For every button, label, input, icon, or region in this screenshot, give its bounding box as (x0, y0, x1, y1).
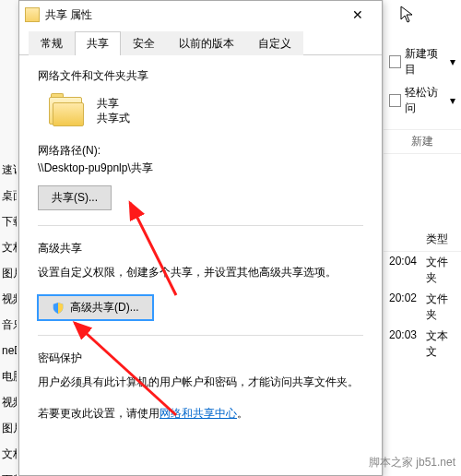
ribbon-label: 轻松访问 (405, 85, 446, 116)
tab-strip: 常规 共享 安全 以前的版本 自定义 (19, 30, 382, 55)
watermark: 脚本之家 jb51.net (369, 455, 455, 470)
tab-sharing[interactable]: 共享 (75, 31, 121, 55)
password-desc1: 用户必须具有此计算机的用户帐户和密码，才能访问共享文件夹。 (38, 374, 363, 390)
divider (38, 335, 363, 336)
shield-icon (52, 302, 65, 315)
advanced-sharing-button[interactable]: 高级共享(D)... (38, 295, 153, 320)
file-row[interactable]: 20:02文件夹 (384, 289, 461, 326)
section-fileshare-title: 网络文件和文件夹共享 (38, 68, 363, 84)
section-advanced-title: 高级共享 (38, 241, 363, 256)
folder-icon (25, 7, 40, 22)
tab-security[interactable]: 安全 (121, 31, 167, 55)
sharing-pane: 网络文件和文件夹共享 共享 共享式 网络路径(N): \\Desktop-pu9… (19, 55, 382, 446)
file-row[interactable]: 20:03文本文 (384, 326, 461, 363)
network-sharing-center-link[interactable]: 网络和共享中心 (160, 407, 237, 420)
file-row[interactable]: 20:04文件夹 (384, 252, 461, 289)
folder-text: 共享 共享式 (97, 96, 130, 125)
section-password-title: 密码保护 (38, 351, 363, 366)
folder-status: 共享式 (97, 111, 130, 125)
properties-dialog: 共享 属性 ✕ 常规 共享 安全 以前的版本 自定义 网络文件和文件夹共享 共享… (18, 0, 383, 476)
tab-customize[interactable]: 自定义 (246, 31, 303, 55)
ribbon-easy-access[interactable]: 轻松访问▾ (384, 81, 461, 120)
divider (38, 225, 363, 226)
share-button[interactable]: 共享(S)... (38, 185, 112, 210)
network-path-label: 网络路径(N): (38, 143, 363, 159)
network-path-value: \\Desktop-pu9pnlp\共享 (38, 161, 363, 176)
close-button[interactable]: ✕ (339, 2, 376, 28)
ribbon-new-item[interactable]: 新建项目▾ (384, 42, 461, 81)
svg-line-1 (75, 323, 176, 415)
folder-name: 共享 (97, 96, 130, 111)
explorer-right-panel: 新建项目▾ 轻松访问▾ 新建 类型 20:04文件夹 20:02文件夹 20:0… (383, 0, 461, 476)
ribbon-label: 新建项目 (405, 46, 446, 77)
dialog-title: 共享 属性 (45, 7, 339, 23)
password-desc2: 若要更改此设置，请使用网络和共享中心。 (38, 405, 363, 422)
new-item-icon (389, 55, 401, 68)
explorer-sidebar-peek: 速访桌面下载 文档图片视频 音乐neD电脑 视频图片文档 下载音乐 (0, 157, 17, 476)
tab-general[interactable]: 常规 (29, 31, 75, 55)
tab-previous-versions[interactable]: 以前的版本 (167, 31, 246, 55)
dialog-titlebar[interactable]: 共享 属性 ✕ (19, 1, 382, 29)
folder-large-icon (47, 91, 86, 130)
advanced-desc: 设置自定义权限，创建多个共享，并设置其他高级共享选项。 (38, 264, 363, 280)
folder-info-row: 共享 共享式 (47, 91, 363, 130)
ribbon-group-label: 新建 (384, 129, 461, 154)
file-header: 类型 (384, 228, 461, 252)
easy-access-icon (389, 94, 401, 107)
